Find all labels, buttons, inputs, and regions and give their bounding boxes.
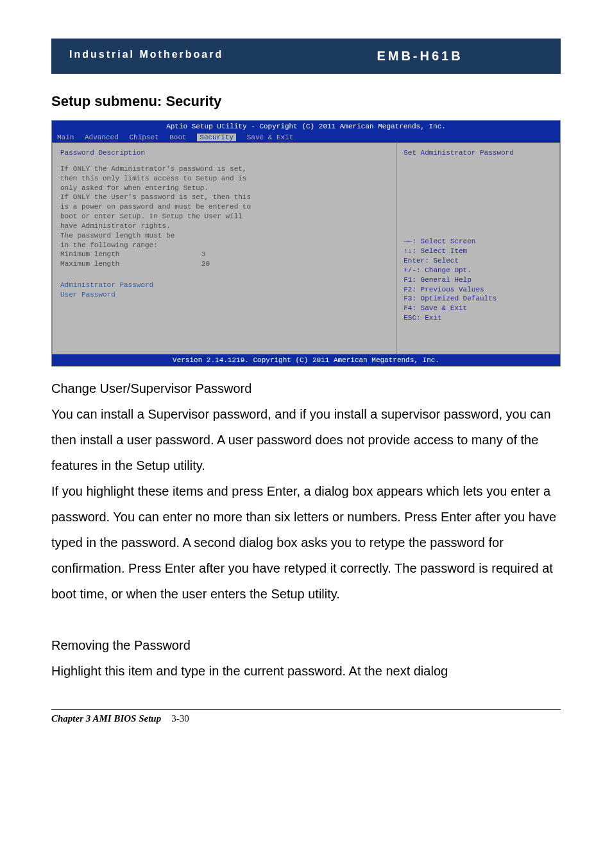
- bios-key-line: F1: General Help: [404, 275, 553, 285]
- user-password-item[interactable]: User Password: [60, 290, 389, 300]
- header-left-title: Industrial Motherboard: [51, 39, 292, 74]
- page-footer: Chapter 3 AMI BIOS Setup 3-30: [51, 709, 561, 724]
- bios-left-panel: Password Description If ONLY the Adminis…: [52, 143, 396, 354]
- administrator-password-item[interactable]: Administrator Password: [60, 281, 389, 290]
- bios-max-length: Maximum length20: [60, 259, 389, 269]
- password-description-title: Password Description: [60, 148, 389, 158]
- body-paragraph: Highlight this item and type in the curr…: [51, 658, 561, 684]
- bios-right-panel: Set Administrator Password →←: Select Sc…: [396, 143, 560, 354]
- bios-menu-advanced[interactable]: Advanced: [85, 134, 119, 141]
- bios-menu-chipset[interactable]: Chipset: [129, 134, 158, 141]
- bios-key-line: ↑↓: Select Item: [404, 247, 553, 256]
- bios-key-line: Enter: Select: [404, 256, 553, 266]
- body-text: Change User/Supervisor Password You can …: [51, 376, 561, 684]
- bios-key-line: F3: Optimized Defaults: [404, 294, 553, 304]
- bios-desc-line: The password length must be: [60, 231, 389, 241]
- bios-desc-line: boot or enter Setup. In Setup the User w…: [60, 212, 389, 221]
- bios-menu-save-exit[interactable]: Save & Exit: [247, 134, 294, 141]
- bios-menu-bar: Main Advanced Chipset Boot Security Save…: [52, 132, 560, 143]
- bios-desc-line: have Administrator rights.: [60, 221, 389, 231]
- bios-title-bar: Aptio Setup Utility - Copyright (C) 2011…: [52, 121, 560, 132]
- bios-min-length: Minimum length3: [60, 250, 389, 259]
- footer-page-number: 3-30: [171, 713, 189, 724]
- bios-menu-boot[interactable]: Boot: [169, 134, 186, 141]
- bios-desc-line: then this only limits access to Setup an…: [60, 174, 389, 184]
- bios-menu-security[interactable]: Security: [197, 134, 236, 141]
- bios-desc-line: in the following range:: [60, 241, 389, 250]
- bios-content-area: Password Description If ONLY the Adminis…: [52, 143, 560, 354]
- bios-desc-line: If ONLY the User's password is set, then…: [60, 193, 389, 202]
- bios-desc-line: is a power on password and must be enter…: [60, 202, 389, 212]
- bios-help-text: Set Administrator Password: [404, 148, 553, 158]
- bios-key-line: →←: Select Screen: [404, 237, 553, 247]
- bios-key-line: F4: Save & Exit: [404, 304, 553, 313]
- body-paragraph: If you highlight these items and press E…: [51, 478, 561, 607]
- bios-key-line: F2: Previous Values: [404, 285, 553, 295]
- section-heading-security: Setup submenu: Security: [51, 93, 561, 110]
- bios-screenshot: Aptio Setup Utility - Copyright (C) 2011…: [51, 120, 561, 367]
- footer-chapter: Chapter 3 AMI BIOS Setup: [51, 713, 161, 724]
- bios-key-help: →←: Select Screen ↑↓: Select Item Enter:…: [404, 237, 553, 349]
- bios-key-line: +/-: Change Opt.: [404, 266, 553, 275]
- bios-desc-line: If ONLY the Administrator's password is …: [60, 164, 389, 174]
- body-paragraph: You can install a Supervisor password, a…: [51, 401, 561, 478]
- bios-desc-line: only asked for when entering Setup.: [60, 184, 389, 193]
- removing-password-heading: Removing the Password: [51, 632, 561, 658]
- bios-version-bar: Version 2.14.1219. Copyright (C) 2011 Am…: [52, 354, 560, 366]
- bios-key-line: ESC: Exit: [404, 313, 553, 323]
- change-password-heading: Change User/Supervisor Password: [51, 376, 561, 401]
- page-header: Industrial Motherboard EMB-H61B: [51, 39, 561, 74]
- header-right-model: EMB-H61B: [292, 39, 561, 74]
- bios-menu-main[interactable]: Main: [57, 134, 74, 141]
